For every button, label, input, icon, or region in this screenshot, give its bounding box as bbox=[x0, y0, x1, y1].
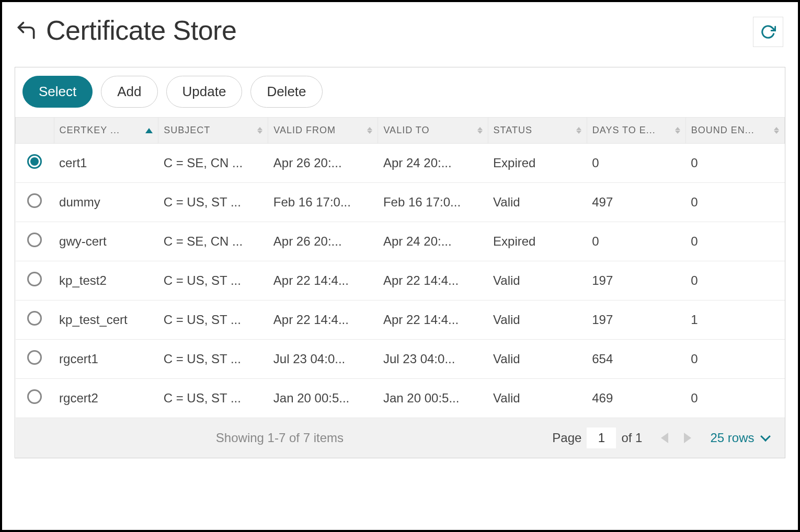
row-radio[interactable] bbox=[27, 311, 42, 326]
page-label: Page bbox=[552, 431, 581, 445]
cell-subject: C = SE, CN ... bbox=[158, 144, 268, 183]
cell-bound: 0 bbox=[685, 379, 784, 418]
next-page-icon[interactable] bbox=[684, 433, 691, 443]
cell-certkey: rgcert2 bbox=[54, 379, 158, 418]
cell-certkey: gwy-cert bbox=[54, 222, 158, 261]
table-footer: Showing 1-7 of 7 items Page of 1 25 rows bbox=[26, 427, 774, 448]
cell-days: 197 bbox=[587, 261, 685, 300]
cell-certkey: cert1 bbox=[54, 144, 158, 183]
column-header-valid-from[interactable]: VALID FROM bbox=[268, 118, 378, 144]
certificate-panel: Select Add Update Delete CERTKEY ... bbox=[15, 67, 785, 458]
column-label-days: DAYS TO E... bbox=[592, 125, 656, 136]
cell-subject: C = US, ST ... bbox=[158, 261, 268, 300]
table-row[interactable]: kp_test2C = US, ST ...Apr 22 14:4...Apr … bbox=[16, 261, 785, 300]
rows-per-page-select[interactable]: 25 rows bbox=[710, 431, 769, 445]
cell-status: Valid bbox=[488, 261, 587, 300]
column-label-bound: BOUND EN... bbox=[691, 125, 755, 136]
sort-icon bbox=[477, 127, 483, 134]
cell-valid-to: Jul 23 04:0... bbox=[378, 340, 488, 379]
column-label-subject: SUBJECT bbox=[164, 125, 210, 136]
column-header-certkey[interactable]: CERTKEY ... bbox=[54, 118, 158, 144]
column-header-subject[interactable]: SUBJECT bbox=[158, 118, 268, 144]
cell-status: Valid bbox=[488, 340, 587, 379]
toolbar: Select Add Update Delete bbox=[15, 67, 785, 117]
row-radio[interactable] bbox=[27, 272, 42, 286]
table-row[interactable]: rgcert2C = US, ST ...Jan 20 00:5...Jan 2… bbox=[16, 379, 785, 418]
column-header-bound[interactable]: BOUND EN... bbox=[685, 118, 784, 144]
cell-days: 469 bbox=[587, 379, 685, 418]
cell-days: 0 bbox=[587, 222, 685, 261]
row-radio[interactable] bbox=[27, 389, 42, 404]
sort-icon bbox=[675, 127, 680, 134]
column-header-days[interactable]: DAYS TO E... bbox=[587, 118, 685, 144]
update-button[interactable]: Update bbox=[166, 76, 243, 108]
page-input[interactable] bbox=[587, 427, 616, 448]
add-button[interactable]: Add bbox=[101, 76, 157, 108]
cell-bound: 0 bbox=[685, 222, 784, 261]
cell-valid-from: Jan 20 00:5... bbox=[268, 379, 378, 418]
certificate-table: CERTKEY ... SUBJECT VALID FROM bbox=[15, 117, 785, 458]
table-row[interactable]: cert1C = SE, CN ...Apr 26 20:...Apr 24 2… bbox=[16, 144, 785, 183]
cell-valid-to: Apr 24 20:... bbox=[378, 144, 488, 183]
cell-valid-to: Apr 24 20:... bbox=[378, 222, 488, 261]
rows-label: 25 rows bbox=[710, 431, 754, 445]
cell-subject: C = SE, CN ... bbox=[158, 222, 268, 261]
cell-days: 0 bbox=[587, 144, 685, 183]
column-header-status[interactable]: STATUS bbox=[488, 118, 587, 144]
cell-subject: C = US, ST ... bbox=[158, 300, 268, 340]
table-row[interactable]: dummyC = US, ST ...Feb 16 17:0...Feb 16 … bbox=[16, 183, 785, 222]
row-radio[interactable] bbox=[27, 154, 42, 169]
column-label-status: STATUS bbox=[494, 125, 532, 136]
sort-asc-icon bbox=[145, 128, 153, 133]
cell-status: Valid bbox=[488, 379, 587, 418]
cell-bound: 0 bbox=[685, 261, 784, 300]
cell-valid-from: Feb 16 17:0... bbox=[268, 183, 378, 222]
cell-valid-from: Apr 26 20:... bbox=[268, 144, 378, 183]
chevron-down-icon bbox=[760, 431, 771, 442]
sort-icon bbox=[774, 127, 779, 134]
sort-icon bbox=[367, 127, 372, 134]
table-row[interactable]: rgcert1C = US, ST ...Jul 23 04:0...Jul 2… bbox=[16, 340, 785, 379]
column-label-valid-from: VALID FROM bbox=[273, 125, 336, 136]
column-header-valid-to[interactable]: VALID TO bbox=[378, 118, 488, 144]
cell-subject: C = US, ST ... bbox=[158, 379, 268, 418]
refresh-button[interactable] bbox=[753, 17, 783, 47]
delete-button[interactable]: Delete bbox=[250, 76, 322, 108]
table-row[interactable]: gwy-certC = SE, CN ...Apr 26 20:...Apr 2… bbox=[16, 222, 785, 261]
cell-subject: C = US, ST ... bbox=[158, 340, 268, 379]
cell-valid-from: Apr 22 14:4... bbox=[268, 300, 378, 340]
cell-status: Valid bbox=[488, 300, 587, 340]
cell-valid-to: Apr 22 14:4... bbox=[378, 300, 488, 340]
cell-certkey: dummy bbox=[54, 183, 158, 222]
sort-icon bbox=[257, 127, 262, 134]
select-button[interactable]: Select bbox=[22, 76, 93, 108]
prev-page-icon[interactable] bbox=[661, 433, 668, 443]
cell-certkey: kp_test2 bbox=[54, 261, 158, 300]
cell-valid-to: Jan 20 00:5... bbox=[378, 379, 488, 418]
cell-subject: C = US, ST ... bbox=[158, 183, 268, 222]
cell-days: 654 bbox=[587, 340, 685, 379]
page-of-label: of 1 bbox=[621, 431, 642, 445]
cell-bound: 0 bbox=[685, 183, 784, 222]
cell-status: Valid bbox=[488, 183, 587, 222]
column-header-select bbox=[16, 118, 54, 144]
cell-bound: 1 bbox=[685, 300, 784, 340]
cell-valid-from: Apr 26 20:... bbox=[268, 222, 378, 261]
back-icon[interactable] bbox=[15, 19, 38, 42]
cell-certkey: rgcert1 bbox=[54, 340, 158, 379]
row-radio[interactable] bbox=[27, 350, 42, 365]
page-title: Certificate Store bbox=[46, 15, 236, 46]
sort-icon bbox=[576, 127, 581, 134]
cell-bound: 0 bbox=[685, 340, 784, 379]
cell-days: 497 bbox=[587, 183, 685, 222]
showing-label: Showing 1-7 of 7 items bbox=[26, 431, 534, 445]
column-label-certkey: CERTKEY ... bbox=[60, 125, 120, 136]
cell-certkey: kp_test_cert bbox=[54, 300, 158, 340]
cell-valid-to: Apr 22 14:4... bbox=[378, 261, 488, 300]
row-radio[interactable] bbox=[27, 233, 42, 247]
row-radio[interactable] bbox=[27, 193, 42, 208]
column-label-valid-to: VALID TO bbox=[383, 125, 429, 136]
table-row[interactable]: kp_test_certC = US, ST ...Apr 22 14:4...… bbox=[16, 300, 785, 340]
cell-valid-from: Apr 22 14:4... bbox=[268, 261, 378, 300]
cell-valid-to: Feb 16 17:0... bbox=[378, 183, 488, 222]
